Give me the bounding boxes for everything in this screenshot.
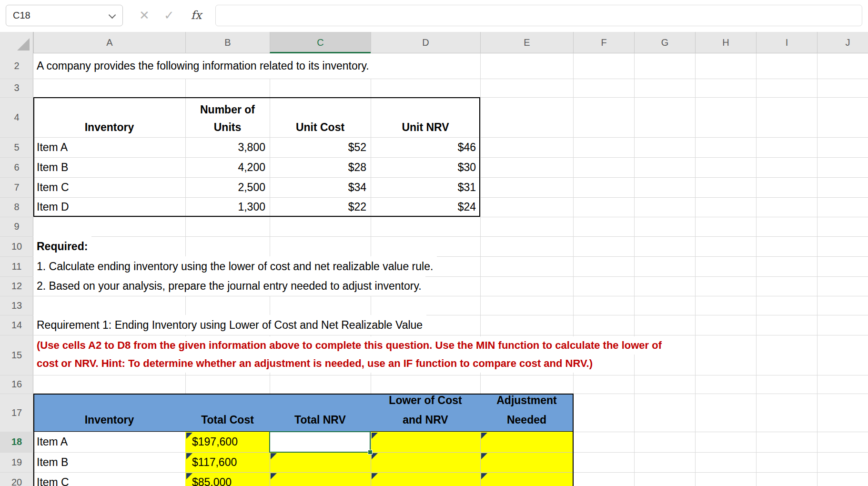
cell-A6[interactable]: Item B: [33, 157, 185, 177]
column-header-G[interactable]: G: [634, 32, 695, 53]
flag-icon: [186, 433, 192, 439]
row-header-9[interactable]: 9: [0, 217, 33, 236]
answer-header-adjustment-line1[interactable]: Adjustment: [480, 391, 573, 410]
header-unit-nrv[interactable]: Unit NRV: [371, 118, 480, 136]
header-inventory[interactable]: Inventory: [33, 118, 185, 136]
cell-A5[interactable]: Item A: [33, 137, 185, 157]
cell-A18[interactable]: Item A: [33, 432, 185, 452]
fx-icon[interactable]: fx: [184, 5, 208, 26]
row-header-17[interactable]: 17: [0, 394, 33, 432]
cell-A15-hint-line1[interactable]: (Use cells A2 to D8 from the given infor…: [33, 336, 666, 354]
answer-header-total-nrv[interactable]: Total NRV: [270, 410, 371, 430]
row-header-12[interactable]: 12: [0, 276, 33, 296]
fill-handle[interactable]: [368, 450, 373, 455]
column-header-A[interactable]: A: [33, 32, 185, 53]
row-header-2[interactable]: 2: [0, 53, 33, 79]
row-header-7[interactable]: 7: [0, 177, 33, 197]
cell-B18[interactable]: $197,600: [185, 432, 270, 452]
row-header-15[interactable]: 15: [0, 335, 33, 375]
flag-icon: [481, 473, 487, 479]
row-header-11[interactable]: 11: [0, 256, 33, 276]
cell-A19[interactable]: Item B: [33, 452, 185, 472]
answer-header-adjustment-line2[interactable]: Needed: [480, 410, 573, 430]
name-box-value: C18: [13, 5, 30, 25]
formula-toolbar: C18 ✕ ✓ fx: [0, 0, 868, 32]
cell-B8[interactable]: 1,300: [185, 197, 270, 217]
row-header-3[interactable]: 3: [0, 79, 33, 97]
cell-A14-requirement1-title[interactable]: Requirement 1: Ending Inventory using Lo…: [33, 315, 426, 335]
answer-header-total-cost[interactable]: Total Cost: [185, 410, 270, 430]
row-header-16[interactable]: 16: [0, 375, 33, 394]
answer-header-lower-line2[interactable]: and NRV: [371, 410, 480, 430]
chevron-down-icon[interactable]: [109, 11, 116, 19]
separator: [371, 432, 371, 486]
cell-D8[interactable]: $24: [371, 197, 480, 217]
separator: [480, 432, 481, 486]
flag-icon: [186, 473, 192, 479]
cell-A11-requirement-item1[interactable]: 1. Calculate ending inventory using the …: [33, 256, 437, 276]
cell-A10-required[interactable]: Required:: [33, 236, 91, 256]
cell-A2-intro[interactable]: A company provides the following informa…: [33, 53, 373, 79]
header-unit-cost[interactable]: Unit Cost: [270, 118, 371, 136]
enter-icon[interactable]: ✓: [159, 5, 180, 26]
flag-icon: [481, 433, 487, 439]
column-header-F[interactable]: F: [573, 32, 634, 53]
cell-D5[interactable]: $46: [371, 137, 480, 157]
header-number-of-units-line2[interactable]: Units: [185, 118, 270, 136]
formula-bar-input[interactable]: [215, 5, 862, 26]
cell-A8[interactable]: Item D: [33, 197, 185, 217]
row-header-10[interactable]: 10: [0, 236, 33, 256]
flag-icon: [372, 473, 378, 479]
column-header-J[interactable]: J: [817, 32, 868, 53]
row-header-20[interactable]: 20: [0, 472, 33, 486]
cell-D7[interactable]: $31: [371, 177, 480, 197]
name-box[interactable]: C18: [6, 5, 123, 26]
row-header-5[interactable]: 5: [0, 137, 33, 157]
cell-D6[interactable]: $30: [371, 157, 480, 177]
cell-A7[interactable]: Item C: [33, 177, 185, 197]
flag-icon: [271, 453, 277, 459]
row-header-8[interactable]: 8: [0, 197, 33, 217]
column-header-D[interactable]: D: [371, 32, 480, 53]
excel-window: C18 ✕ ✓ fx A B C D E F G H I J 2 3 4 5 6…: [0, 0, 868, 486]
cell-B20[interactable]: $85,000: [185, 472, 270, 486]
cell-A20[interactable]: Item C: [33, 472, 185, 486]
flag-icon: [186, 453, 192, 459]
cell-A15-hint-line2[interactable]: cost or NRV. Hint: To determine whether …: [33, 354, 596, 373]
column-header-E[interactable]: E: [480, 32, 573, 53]
column-header-C[interactable]: C: [270, 32, 371, 53]
column-header-I[interactable]: I: [756, 32, 817, 53]
cancel-icon[interactable]: ✕: [135, 5, 154, 26]
flag-icon: [372, 433, 378, 439]
answer-header-inventory[interactable]: Inventory: [33, 410, 185, 430]
column-header-B[interactable]: B: [185, 32, 270, 53]
select-all-triangle-icon: [17, 38, 30, 51]
header-number-of-units-line1[interactable]: Number of: [185, 101, 270, 118]
active-cell-C18[interactable]: [269, 431, 371, 453]
row-header-4[interactable]: 4: [0, 97, 33, 137]
cell-A12-requirement-item2[interactable]: 2. Based on your analysis, prepare the j…: [33, 276, 425, 296]
cell-C7[interactable]: $34: [270, 177, 371, 197]
row-header-13[interactable]: 13: [0, 296, 33, 315]
flag-icon: [481, 453, 487, 459]
row-header-14[interactable]: 14: [0, 315, 33, 335]
column-header-H[interactable]: H: [695, 32, 756, 53]
cell-B7[interactable]: 2,500: [185, 177, 270, 197]
cell-B6[interactable]: 4,200: [185, 157, 270, 177]
cell-C5[interactable]: $52: [270, 137, 371, 157]
answer-header-lower-line1[interactable]: Lower of Cost: [371, 391, 480, 410]
cell-C6[interactable]: $28: [270, 157, 371, 177]
cell-B5[interactable]: 3,800: [185, 137, 270, 157]
select-all-corner[interactable]: [0, 32, 33, 53]
flag-icon: [271, 473, 277, 479]
row-header-6[interactable]: 6: [0, 157, 33, 177]
cell-B19[interactable]: $117,600: [185, 452, 270, 472]
row-header-19[interactable]: 19: [0, 452, 33, 472]
row-header-18[interactable]: 18: [0, 432, 33, 452]
cell-C8[interactable]: $22: [270, 197, 371, 217]
